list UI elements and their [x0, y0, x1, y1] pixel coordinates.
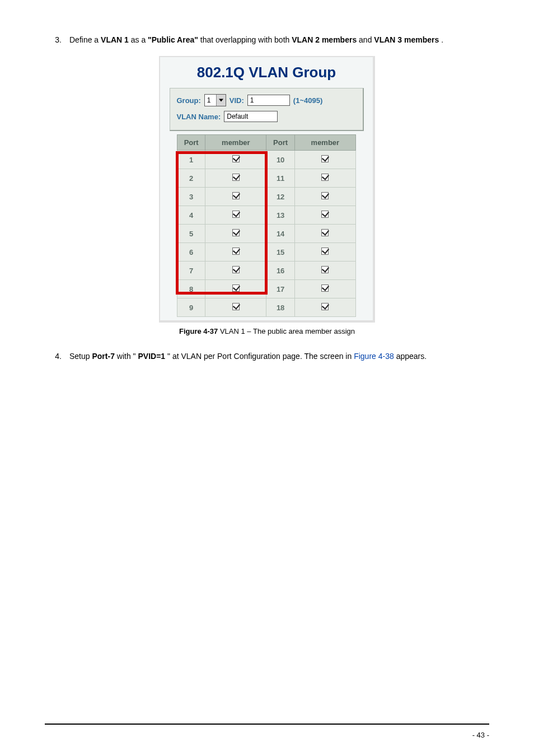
member-right-cell	[294, 280, 355, 298]
member-checkbox[interactable]	[232, 229, 240, 236]
step-4-content: Setup Port-7 with " PVID=1 " at VLAN per…	[69, 350, 489, 362]
member-left-cell	[205, 225, 266, 243]
port-right: 14	[266, 225, 294, 243]
member-right-cell	[294, 206, 355, 225]
caption-text: VLAN 1 – The public area member assign	[220, 327, 355, 335]
port-left: 8	[177, 280, 205, 298]
member-left-cell	[205, 298, 266, 317]
text-bold: PVID=1	[138, 352, 165, 361]
port-right: 18	[266, 298, 294, 317]
th-port-left: Port	[177, 135, 205, 151]
figure-link[interactable]: Figure 4-38	[354, 352, 394, 361]
table-row: 211	[177, 169, 356, 188]
chevron-down-icon	[216, 95, 226, 106]
vid-label: VID:	[229, 96, 244, 105]
port-left: 6	[177, 243, 205, 262]
port-left: 1	[177, 151, 205, 169]
port-left: 7	[177, 262, 205, 280]
step-3-number: 3.	[45, 34, 69, 46]
member-right-cell	[294, 298, 355, 317]
member-right-cell	[294, 169, 355, 188]
port-right: 12	[266, 188, 294, 206]
text-bold: VLAN 1	[101, 35, 129, 44]
text: as a	[131, 35, 148, 44]
vid-input[interactable]	[247, 95, 290, 106]
port-right: 15	[266, 243, 294, 262]
text-bold: "Public Area"	[148, 35, 198, 44]
member-checkbox[interactable]	[321, 248, 329, 255]
member-checkbox[interactable]	[321, 211, 329, 218]
group-label: Group:	[177, 96, 201, 105]
vlan-name-label: VLAN Name:	[177, 113, 221, 121]
member-left-cell	[205, 280, 266, 298]
page-container: 3. Define a VLAN 1 as a "Public Area" th…	[0, 0, 534, 756]
member-checkbox[interactable]	[232, 174, 240, 181]
table-header-row: Port member Port member	[177, 135, 356, 151]
text-bold: Port-7	[92, 352, 114, 361]
port-left: 5	[177, 225, 205, 243]
member-checkbox[interactable]	[321, 174, 329, 181]
member-left-cell	[205, 188, 266, 206]
step-4: 4. Setup Port-7 with " PVID=1 " at VLAN …	[45, 350, 489, 362]
port-left: 3	[177, 188, 205, 206]
table-row: 312	[177, 188, 356, 206]
member-checkbox[interactable]	[232, 211, 240, 218]
step-4-number: 4.	[45, 350, 69, 362]
table-row: 918	[177, 298, 356, 317]
text: with "	[117, 352, 136, 361]
port-right: 17	[266, 280, 294, 298]
port-right: 13	[266, 206, 294, 225]
table-row: 413	[177, 206, 356, 225]
page-number: - 43 -	[472, 731, 489, 739]
member-checkbox[interactable]	[232, 303, 240, 310]
table-row: 716	[177, 262, 356, 280]
vlan-group-panel: 802.1Q VLAN Group Group: 1 VID: (1~4095)…	[159, 56, 375, 323]
step-3-content: Define a VLAN 1 as a "Public Area" that …	[69, 34, 489, 46]
member-right-cell	[294, 225, 355, 243]
step-3: 3. Define a VLAN 1 as a "Public Area" th…	[45, 34, 489, 46]
member-checkbox[interactable]	[321, 303, 329, 310]
text: Setup	[69, 352, 92, 361]
text: " at VLAN per Port Configuration page. T…	[167, 352, 354, 361]
member-checkbox[interactable]	[321, 192, 329, 199]
form-row-group-vid: Group: 1 VID: (1~4095)	[177, 94, 356, 106]
member-checkbox[interactable]	[232, 155, 240, 162]
member-right-cell	[294, 243, 355, 262]
member-checkbox[interactable]	[232, 266, 240, 273]
member-right-cell	[294, 188, 355, 206]
text: .	[441, 35, 443, 44]
vlan-name-input[interactable]	[224, 111, 278, 122]
group-select[interactable]: 1	[204, 94, 226, 106]
caption-bold: Figure 4-37	[179, 327, 218, 335]
panel-title: 802.1Q VLAN Group	[160, 64, 373, 81]
text: appears.	[396, 352, 427, 361]
member-checkbox[interactable]	[232, 284, 240, 292]
port-left: 2	[177, 169, 205, 188]
table-row: 514	[177, 225, 356, 243]
member-checkbox[interactable]	[321, 155, 329, 162]
port-right: 10	[266, 151, 294, 169]
text-bold: VLAN 2 members	[292, 35, 357, 44]
member-checkbox[interactable]	[232, 192, 240, 199]
text: and	[359, 35, 374, 44]
member-right-cell	[294, 151, 355, 169]
vid-range: (1~4095)	[293, 96, 322, 105]
member-checkbox[interactable]	[321, 229, 329, 236]
th-port-right: Port	[266, 135, 294, 151]
table-row: 615	[177, 243, 356, 262]
member-left-cell	[205, 151, 266, 169]
member-left-cell	[205, 243, 266, 262]
port-left: 9	[177, 298, 205, 317]
port-member-table: Port member Port member 1102113124135146…	[177, 134, 356, 317]
port-right: 11	[266, 169, 294, 188]
vlan-form: Group: 1 VID: (1~4095) VLAN Name:	[170, 88, 364, 131]
text: that overlapping with both	[200, 35, 292, 44]
member-checkbox[interactable]	[321, 284, 329, 292]
table-row: 817	[177, 280, 356, 298]
member-left-cell	[205, 206, 266, 225]
member-checkbox[interactable]	[232, 248, 240, 255]
member-checkbox[interactable]	[321, 266, 329, 273]
th-member-right: member	[294, 135, 355, 151]
th-member-left: member	[205, 135, 266, 151]
member-left-cell	[205, 262, 266, 280]
